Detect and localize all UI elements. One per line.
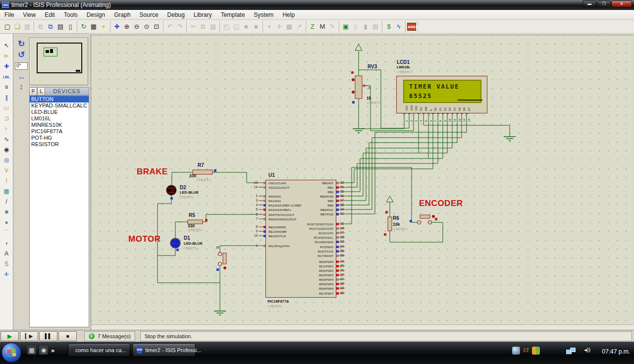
schematic-canvas[interactable]: BRAKEMOTORENCODERRV31k<TEXT>LCD1LM016L<T… — [91, 35, 634, 330]
ares-netlist-icon[interactable]: ARES — [407, 23, 416, 31]
device-item-led-blue[interactable]: LED-BLUE — [30, 109, 89, 115]
menu-item-graph[interactable]: Graph — [109, 10, 135, 19]
canvas-horizontal-scrollbar[interactable] — [91, 324, 634, 330]
selection-tool[interactable]: ↖ — [1, 41, 12, 51]
schematic-label[interactable]: <TEXT> — [397, 70, 412, 74]
pick-device-icon[interactable]: ⌖ — [264, 22, 274, 32]
taskbar-window-firefox[interactable]: como hacer una ca... — [68, 343, 130, 357]
wire-autorouter-icon[interactable]: Z — [308, 22, 317, 32]
mirror-vertical-button[interactable]: ↕ — [19, 82, 23, 92]
cut-icon[interactable]: ✂ — [188, 22, 198, 32]
menu-item-template[interactable]: Template — [216, 10, 250, 19]
schematic-label[interactable]: R6 — [393, 215, 399, 221]
schematic-label[interactable]: U1 — [268, 172, 275, 178]
quick-launch-media-icon[interactable]: ◉ — [39, 346, 48, 355]
erc-icon[interactable]: ϟ — [394, 22, 404, 32]
close-button[interactable]: X — [611, 0, 632, 7]
pause-button[interactable]: ▌▌ — [39, 331, 57, 341]
schematic-label[interactable]: MOTOR — [128, 234, 160, 244]
paste-icon[interactable]: ▨ — [208, 22, 218, 32]
mirror-horizontal-button[interactable]: ↔ — [18, 72, 25, 82]
schematic-label[interactable]: RV3 — [368, 64, 377, 69]
voltage-probe-mode[interactable]: V — [1, 165, 12, 176]
start-button[interactable] — [1, 343, 21, 363]
block-copy-icon[interactable]: ◰ — [221, 22, 231, 32]
save-icon[interactable]: ▥ — [22, 22, 32, 32]
schematic-label[interactable]: LED-BLUE — [180, 190, 199, 195]
menu-item-edit[interactable]: Edit — [40, 10, 59, 19]
menu-item-file[interactable]: File — [0, 10, 18, 19]
schematic-label[interactable]: LM016L — [397, 65, 411, 69]
redo-icon[interactable]: ↷ — [175, 22, 185, 32]
menu-item-source[interactable]: Source — [135, 10, 163, 19]
junction-mode[interactable]: ✚ — [1, 61, 12, 72]
stop-button[interactable]: ■ — [58, 331, 77, 341]
device-list[interactable]: BUTTONKEYPAD-SMALLCALCLED-BLUELM016LMINR… — [29, 96, 89, 327]
schematic-label[interactable]: ENCODER — [419, 199, 463, 208]
redraw-icon[interactable]: ↻ — [79, 22, 89, 32]
block-move-icon[interactable]: ◱ — [231, 22, 241, 32]
zoom-all-icon[interactable]: ⊙ — [142, 22, 152, 32]
print-icon[interactable]: ▤ — [55, 22, 65, 32]
marker-tool[interactable]: ✛ — [1, 269, 12, 280]
tray-antivirus-icon[interactable]: ST — [522, 347, 530, 355]
restore-button[interactable]: ❐ — [597, 0, 611, 7]
arc-tool[interactable]: ⌒ — [1, 228, 12, 238]
import-icon[interactable]: ⧉ — [36, 22, 46, 32]
menu-item-library[interactable]: Library — [189, 10, 216, 19]
schematic-label[interactable]: D2 — [180, 185, 186, 190]
origin-icon[interactable]: + — [99, 22, 108, 32]
overview-preview[interactable] — [29, 38, 88, 85]
play-button[interactable]: ▶ — [0, 331, 19, 341]
graph-mode[interactable]: ∿ — [1, 134, 12, 145]
device-item-pot-hg[interactable]: POT-HG — [30, 135, 89, 141]
device-item-pic16f877a[interactable]: PIC16F877A — [30, 128, 89, 135]
schematic-label[interactable]: PIC16F877A — [267, 299, 289, 304]
subcircuit-mode[interactable]: ▭ — [1, 103, 12, 113]
rotate-anticlockwise-button[interactable]: ↺ — [18, 50, 25, 60]
schematic-label[interactable]: 1k — [367, 96, 371, 101]
title-bar[interactable]: ISIS timer2 - ISIS Professional (Animati… — [0, 0, 634, 10]
copy-icon[interactable]: ⧉ — [198, 22, 208, 32]
text-script-mode[interactable]: ≡ — [1, 82, 12, 93]
menu-item-tools[interactable]: Tools — [59, 10, 82, 19]
block-rotate-icon[interactable]: ■ — [241, 22, 251, 32]
export-icon[interactable]: ⧉ — [46, 22, 55, 32]
device-item-lm016l[interactable]: LM016L — [30, 115, 89, 122]
design-explorer-icon[interactable]: ▣ — [341, 22, 351, 32]
message-counter[interactable]: i 7 Message(s) — [84, 331, 135, 341]
schematic-label[interactable]: <TEXT> — [267, 304, 282, 309]
generator-mode[interactable]: ◎ — [1, 155, 12, 165]
schematic-label[interactable]: R7 — [198, 162, 204, 168]
new-sheet-icon[interactable]: ▯ — [351, 22, 361, 32]
menu-item-system[interactable]: System — [249, 10, 278, 19]
network-icon[interactable] — [566, 348, 577, 355]
schematic-label[interactable]: <TEXT> — [179, 195, 194, 200]
menu-item-help[interactable]: Help — [278, 10, 299, 19]
schematic-label[interactable]: <TEXT> — [196, 178, 211, 182]
new-file-icon[interactable]: ▢ — [2, 22, 12, 32]
minimize-button[interactable]: ▬ — [582, 0, 596, 7]
device-item-resistor[interactable]: RESISTOR — [30, 141, 89, 148]
wire-label-mode[interactable]: LBL — [1, 72, 12, 82]
component-mode[interactable]: ⊳ — [1, 51, 12, 61]
pick-devices-button[interactable]: P — [29, 87, 37, 96]
search-tag-icon[interactable]: M — [317, 22, 327, 32]
zoom-out-icon[interactable]: ⊖ — [132, 22, 142, 32]
device-item-minres10k[interactable]: MINRES10K — [30, 122, 89, 128]
pic16f877a-component[interactable]: OSC1/CLKINOSC2/CLKOUTRA0/AN0RA1/AN1RA2/A… — [265, 180, 336, 298]
line-tool[interactable]: / — [1, 197, 12, 207]
box-tool[interactable]: ■ — [1, 207, 12, 217]
path-tool[interactable]: ◖ — [1, 238, 12, 249]
schematic-label[interactable]: 330 — [189, 173, 196, 178]
quick-launch-calculator-icon[interactable]: ▦ — [27, 346, 36, 355]
device-item-keypad-smallcalc[interactable]: KEYPAD-SMALLCALC — [30, 103, 89, 109]
schematic-label[interactable]: <TEXT> — [188, 228, 203, 232]
zoom-in-icon[interactable]: ⊕ — [122, 22, 132, 32]
schematic-label[interactable]: LED-BLUE — [184, 241, 203, 246]
zoom-area-icon[interactable]: ⊡ — [152, 22, 161, 32]
schematic-label[interactable]: <TEXT> — [183, 246, 198, 251]
bus-mode[interactable]: ∥ — [1, 93, 12, 103]
menu-item-view[interactable]: View — [18, 10, 40, 19]
quick-launch-expand-icon[interactable]: » — [51, 347, 54, 354]
